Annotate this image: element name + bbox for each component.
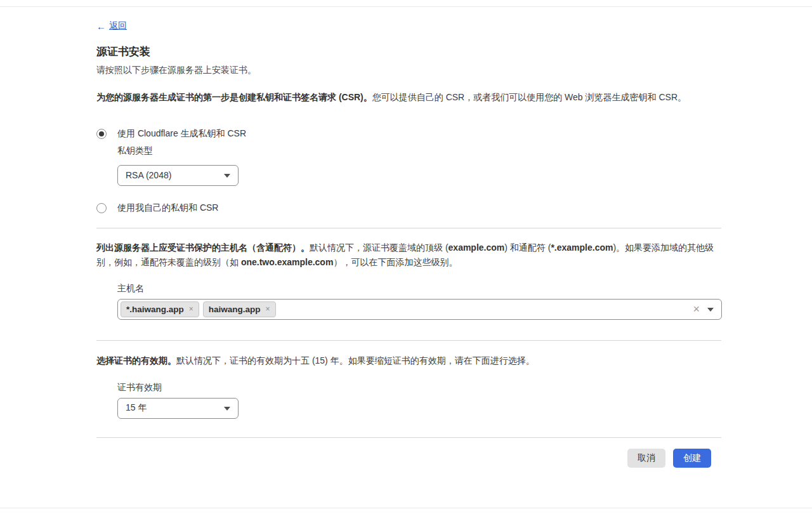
validity-intro-bold: 选择证书的有效期。: [96, 355, 176, 366]
radio-own-key-label: 使用我自己的私钥和 CSR: [117, 202, 218, 214]
private-key-type-value: RSA (2048): [126, 170, 171, 180]
csr-intro-paragraph: 为您的源服务器生成证书的第一步是创建私钥和证书签名请求 (CSR)。您可以提供自…: [96, 90, 721, 105]
apex-domain-text: example.com: [449, 242, 505, 253]
origin-cert-form: ← 返回 源证书安装 请按照以下步骤在源服务器上安装证书。 为您的源服务器生成证…: [96, 7, 721, 468]
wildcard-domain-text: *.example.com: [551, 242, 613, 253]
hostname-tag-label: haiwang.app: [209, 305, 261, 314]
back-link[interactable]: ← 返回: [96, 20, 127, 32]
validity-select[interactable]: 15 年: [117, 398, 239, 419]
chevron-down-icon: [224, 407, 230, 411]
hostname-tag: haiwang.app ×: [203, 301, 276, 317]
section-divider: [96, 340, 721, 341]
section-divider: [96, 437, 721, 438]
deep-domain-text: one.two.example.com: [241, 257, 333, 267]
back-link-label: 返回: [109, 20, 127, 32]
hostnames-intro-seg: ），可以在下面添加这些级别。: [333, 257, 457, 267]
cancel-button[interactable]: 取消: [627, 449, 665, 468]
remove-tag-icon[interactable]: ×: [266, 305, 270, 313]
hostnames-intro-seg: ) 和通配符 (: [504, 242, 551, 253]
form-actions: 取消 创建: [96, 449, 721, 468]
page-subtitle: 请按照以下步骤在源服务器上安装证书。: [96, 65, 721, 75]
hostname-tag-label: *.haiwang.app: [126, 305, 184, 314]
csr-intro-normal: 您可以提供自己的 CSR，或者我们可以使用您的 Web 浏览器生成密钥和 CSR…: [372, 92, 686, 102]
hostname-tag: *.haiwang.app ×: [121, 301, 199, 317]
validity-intro-normal: 默认情况下，证书的有效期为十五 (15) 年。如果要缩短证书的有效期，请在下面进…: [176, 355, 535, 366]
validity-field-label: 证书有效期: [117, 382, 721, 393]
radio-button-icon[interactable]: [96, 129, 107, 139]
section-divider: [96, 228, 721, 228]
chevron-down-icon: [224, 174, 230, 178]
validity-value: 15 年: [126, 402, 147, 414]
hostnames-intro-bold: 列出源服务器上应受证书保护的主机名（含通配符）。: [96, 242, 310, 253]
chevron-down-icon[interactable]: [707, 308, 714, 312]
back-arrow-icon: ←: [96, 21, 106, 32]
validity-intro-paragraph: 选择证书的有效期。默认情况下，证书的有效期为十五 (15) 年。如果要缩短证书的…: [96, 353, 721, 368]
hostnames-intro-paragraph: 列出源服务器上应受证书保护的主机名（含通配符）。默认情况下，源证书覆盖域的顶级 …: [96, 241, 721, 270]
clear-all-icon[interactable]: ×: [693, 303, 700, 315]
remove-tag-icon[interactable]: ×: [189, 305, 193, 313]
radio-own-key-csr[interactable]: 使用我自己的私钥和 CSR: [96, 202, 721, 214]
hostnames-tag-input[interactable]: *.haiwang.app × haiwang.app × ×: [117, 299, 722, 320]
private-key-type-select[interactable]: RSA (2048): [117, 165, 239, 186]
hostnames-field-label: 主机名: [117, 283, 721, 294]
private-key-type-label: 私钥类型: [117, 145, 721, 157]
page-title: 源证书安装: [96, 45, 721, 58]
radio-button-icon[interactable]: [96, 203, 107, 213]
hostnames-intro-seg: 默认情况下，源证书覆盖域的顶级 (: [310, 242, 449, 253]
radio-generate-label: 使用 Cloudflare 生成私钥和 CSR: [117, 128, 246, 140]
bottom-divider: [0, 508, 812, 508]
csr-intro-bold: 为您的源服务器生成证书的第一步是创建私钥和证书签名请求 (CSR)。: [96, 92, 372, 102]
radio-generate-with-cloudflare[interactable]: 使用 Cloudflare 生成私钥和 CSR: [96, 128, 721, 140]
create-button[interactable]: 创建: [673, 449, 711, 468]
